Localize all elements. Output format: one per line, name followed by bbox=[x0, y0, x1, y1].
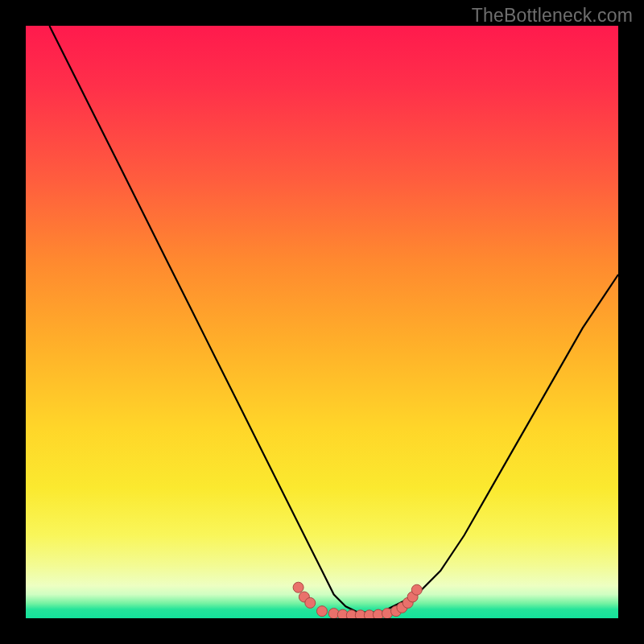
curve-svg bbox=[26, 26, 618, 618]
watermark-text: TheBottleneck.com bbox=[472, 5, 633, 27]
bottleneck-curve bbox=[49, 26, 618, 613]
plot-area bbox=[26, 26, 618, 618]
curve-marker bbox=[411, 584, 422, 595]
curve-marker bbox=[305, 597, 316, 608]
curve-marker bbox=[317, 606, 328, 617]
chart-frame: TheBottleneck.com bbox=[0, 0, 644, 644]
curve-marker bbox=[293, 582, 303, 592]
marker-group bbox=[293, 582, 422, 618]
